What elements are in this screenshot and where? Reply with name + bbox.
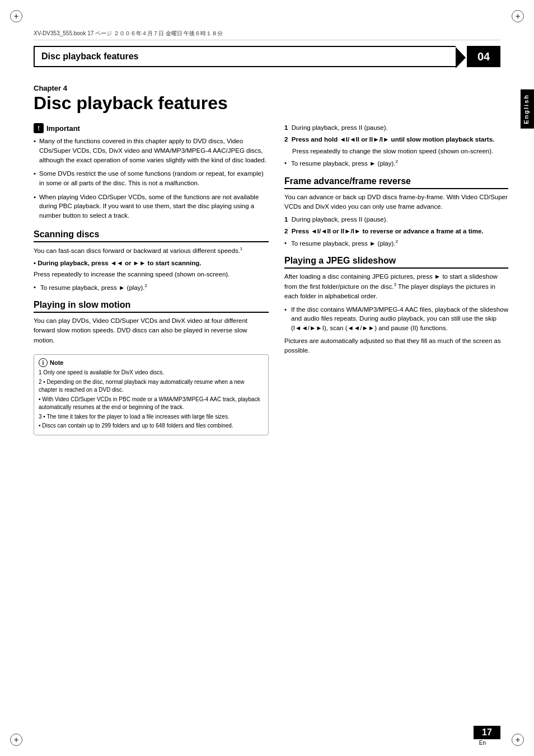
note-item-1: 1 Only one speed is available for DivX v… <box>39 369 264 377</box>
note-item-4: 3 • The time it takes for the player to … <box>39 413 264 421</box>
frame-advance-title: Frame advance/frame reverse <box>284 176 508 189</box>
language-tab: English <box>521 90 534 129</box>
frame-advance-intro: You can advance or back up DVD discs fra… <box>284 192 508 212</box>
page-lang-label: En <box>479 740 486 746</box>
list-item: When playing Video CD/Super VCDs, some o… <box>34 192 269 220</box>
note-item-3: • With Video CD/Super VCDs in PBC mode o… <box>39 396 264 412</box>
slow-step2-text: Press and hold ◄I/◄II or II►/I► until sl… <box>292 136 494 143</box>
reg-mark-tr <box>512 10 524 22</box>
jpeg-bullet1: If the disc contains WMA/MP3/MPEG-4 AAC … <box>284 305 508 333</box>
slow-motion-intro: You can play DVDs, Video CD/Super VCDs a… <box>34 316 269 345</box>
scanning-resume: To resume playback, press ► (play).2 <box>34 283 269 293</box>
slow-motion-section: Playing in slow motion You can play DVDs… <box>34 300 269 345</box>
note-label: Note <box>50 358 63 368</box>
page: XV-DV353_555.book 17 ページ ２００６年４月７日 金曜日 午… <box>0 0 534 756</box>
scanning-discs-section: Scanning discs You can fast-scan discs f… <box>34 229 269 293</box>
scanning-intro: You can fast-scan discs forward or backw… <box>34 246 269 256</box>
slow-step2: 2 Press and hold ◄I/◄II or II►/I► until … <box>284 135 508 144</box>
important-header: ! Important <box>34 123 269 133</box>
scanning-discs-title: Scanning discs <box>34 229 269 242</box>
slow-motion-title: Playing in slow motion <box>34 300 269 313</box>
jpeg-body: After loading a disc containing JPEG pic… <box>284 272 508 355</box>
chapter-title: Disc playback features <box>34 93 514 113</box>
two-column-layout: ! Important Many of the functions covere… <box>34 123 514 435</box>
note-icon: i <box>39 358 48 367</box>
right-column: 1 During playback, press II (pause). 2 P… <box>284 123 508 435</box>
frame-advance-section: Frame advance/frame reverse You can adva… <box>284 176 508 248</box>
left-column: ! Important Many of the functions covere… <box>34 123 269 435</box>
reg-mark-br <box>512 734 524 746</box>
chapter-header-title: Disc playback features <box>34 46 456 67</box>
page-number-box: 17 <box>474 726 500 739</box>
reg-mark-tl <box>10 10 22 22</box>
frame-step2-text: Press ◄I/◄II or II►/I► to reverse or adv… <box>292 228 484 234</box>
list-item: Many of the functions covered in this ch… <box>34 137 269 165</box>
content-area: Chapter 4 Disc playback features ! Impor… <box>34 73 514 722</box>
file-info-text: XV-DV353_555.book 17 ページ ２００６年４月７日 金曜日 午… <box>34 30 223 37</box>
frame-advance-body: You can advance or back up DVD discs fra… <box>284 192 508 248</box>
important-list: Many of the functions covered in this ch… <box>34 137 269 220</box>
top-header: Disc playback features 04 <box>34 46 500 67</box>
frame-resume: To resume playback, press ► (play).2 <box>284 238 508 248</box>
scanning-detail: Press repeatedly to increase the scannin… <box>34 270 269 279</box>
note-item-2: 2 • Depending on the disc, normal playba… <box>39 378 264 395</box>
scanning-step1: • During playback, press ◄◄ or ►► to sta… <box>34 259 269 268</box>
warning-icon: ! <box>34 123 44 133</box>
note-header: i Note <box>39 358 264 368</box>
jpeg-summary: Pictures are automatically adjusted so t… <box>284 336 508 356</box>
jpeg-title: Playing a JPEG slideshow <box>284 256 508 269</box>
slow-resume: To resume playback, press ► (play).2 <box>284 158 508 168</box>
slow-step1: 1 During playback, press II (pause). <box>284 123 508 133</box>
chapter-number-badge: 04 <box>467 46 500 67</box>
reg-mark-bl <box>10 734 22 746</box>
scanning-discs-body: You can fast-scan discs forward or backw… <box>34 246 269 293</box>
slow-motion-body: You can play DVDs, Video CD/Super VCDs a… <box>34 316 269 345</box>
list-item: Some DVDs restrict the use of some funct… <box>34 169 269 187</box>
chapter-label: Chapter 4 <box>34 84 514 92</box>
note-section: i Note 1 Only one speed is available for… <box>34 354 269 435</box>
file-info-bar: XV-DV353_555.book 17 ページ ２００６年４月７日 金曜日 午… <box>34 28 500 40</box>
note-item-5: • Discs can contain up to 299 folders an… <box>39 422 264 430</box>
frame-step2: 2 Press ◄I/◄II or II►/I► to reverse or a… <box>284 227 508 236</box>
slow-motion-steps-section: 1 During playback, press II (pause). 2 P… <box>284 123 508 168</box>
scanning-step1-bullet: • During playback, press ◄◄ or ►► to sta… <box>34 260 201 266</box>
important-label: Important <box>46 124 80 133</box>
important-section: ! Important Many of the functions covere… <box>34 123 269 220</box>
frame-step1: 1 During playback, press II (pause). <box>284 215 508 224</box>
jpeg-section: Playing a JPEG slideshow After loading a… <box>284 256 508 355</box>
jpeg-intro: After loading a disc containing JPEG pic… <box>284 272 508 302</box>
slow-step2-detail: Press repeatedly to change the slow moti… <box>292 147 508 156</box>
slow-motion-steps-body: 1 During playback, press II (pause). 2 P… <box>284 123 508 168</box>
